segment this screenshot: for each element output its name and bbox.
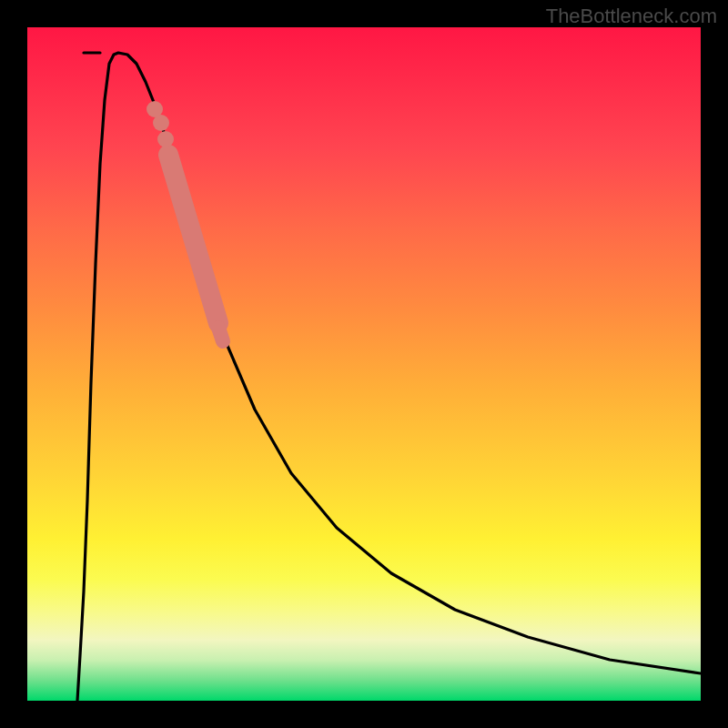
watermark-text: TheBottleneck.com — [546, 5, 717, 28]
chart-svg — [27, 27, 701, 701]
highlight-segment — [218, 328, 223, 341]
plot-area — [27, 27, 701, 701]
highlight-segment — [168, 155, 218, 323]
highlight-dot — [157, 131, 174, 147]
highlight-markers — [147, 101, 223, 341]
highlight-dot — [153, 115, 169, 131]
